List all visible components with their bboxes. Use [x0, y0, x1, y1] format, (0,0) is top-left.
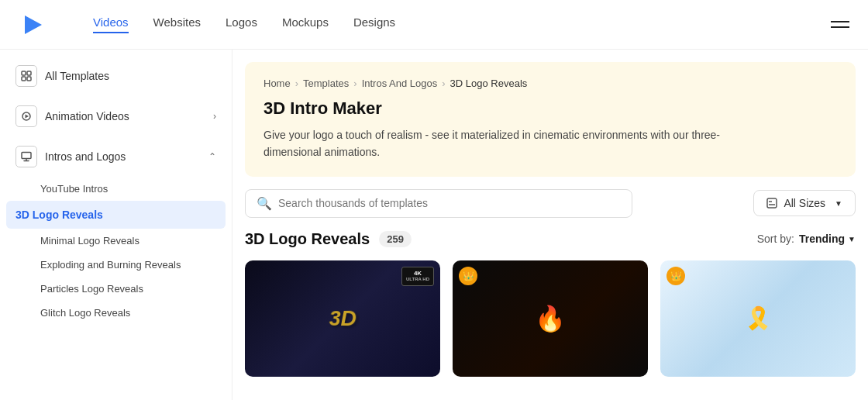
breadcrumb-sep-2: › [353, 78, 356, 89]
breadcrumb-sep-1: › [295, 78, 298, 89]
filter-icon [766, 198, 777, 209]
breadcrumb: Home › Templates › Intros And Logos › 3D… [264, 78, 837, 89]
sidebar-animation-label: Animation Videos [45, 110, 129, 122]
results-row: 3D Logo Reveals 259 Sort by: Trending ▼ [232, 230, 868, 260]
card-2-graphic: 🔥 [535, 304, 566, 333]
card-2-preview: 🔥 [453, 260, 648, 377]
search-row: 🔍 All Sizes ▼ [232, 189, 868, 230]
svg-marker-6 [26, 115, 29, 119]
card-3-graphic: 🎗️ [745, 305, 772, 331]
svg-rect-2 [27, 71, 31, 75]
page-description: Give your logo a touch of realism - see … [264, 126, 760, 161]
breadcrumb-intros-logos[interactable]: Intros And Logos [362, 78, 438, 89]
sidebar-item-youtube-intros[interactable]: YouTube Intros [0, 177, 232, 201]
sidebar-item-3d-logo-reveals[interactable]: 3D Logo Reveals [6, 201, 226, 229]
template-card-1[interactable]: 3D 4KULTRA HD [245, 260, 440, 377]
nav-logos[interactable]: Logos [226, 16, 257, 33]
template-card-3[interactable]: 🎗️ 👑 [660, 260, 856, 377]
search-box[interactable]: 🔍 [245, 189, 632, 218]
sidebar-item-all-templates[interactable]: All Templates [0, 56, 232, 96]
main-nav: Videos Websites Logos Mockups Designs [93, 16, 831, 33]
sidebar-item-minimal-logo[interactable]: Minimal Logo Reveals [0, 229, 232, 253]
sidebar-item-animation-videos[interactable]: Animation Videos › [0, 96, 232, 136]
svg-rect-7 [22, 153, 31, 159]
search-icon: 🔍 [257, 196, 272, 211]
banner: Home › Templates › Intros And Logos › 3D… [245, 62, 856, 177]
nav-designs[interactable]: Designs [353, 16, 395, 33]
crown-badge-2: 👑 [459, 267, 477, 285]
sort-value: Trending [799, 233, 845, 245]
card-1-graphic: 3D [329, 305, 356, 331]
sort-label: Sort by: [757, 233, 794, 245]
nav-websites[interactable]: Websites [153, 16, 201, 33]
nav-mockups[interactable]: Mockups [282, 16, 329, 33]
cards-row: 3D 4KULTRA HD 🔥 👑 🎗️ 👑 [232, 260, 868, 377]
svg-marker-0 [25, 16, 42, 34]
4k-badge: 4KULTRA HD [401, 267, 434, 286]
sidebar-item-exploding-burning[interactable]: Exploding and Burning Reveals [0, 253, 232, 277]
sort-row: Sort by: Trending ▼ [757, 233, 856, 245]
hamburger-menu[interactable] [831, 21, 849, 28]
template-card-2[interactable]: 🔥 👑 [453, 260, 648, 377]
page-title: 3D Intro Maker [264, 98, 837, 119]
sidebar-item-intros-logos[interactable]: Intros and Logos ⌃ [0, 136, 232, 177]
sidebar-item-glitch-logo[interactable]: Glitch Logo Reveals [0, 301, 232, 325]
svg-rect-10 [767, 198, 777, 208]
sidebar-intros-label: Intros and Logos [45, 150, 126, 163]
sort-chevron-icon: ▼ [848, 235, 856, 243]
sidebar: All Templates Animation Videos › [0, 50, 232, 400]
breadcrumb-home[interactable]: Home [264, 78, 291, 89]
filter-chevron-icon: ▼ [835, 199, 842, 208]
svg-rect-3 [22, 77, 26, 81]
results-count-badge: 259 [379, 231, 412, 247]
main-content: Home › Templates › Intros And Logos › 3D… [232, 50, 868, 400]
logo[interactable] [19, 11, 46, 39]
sort-select[interactable]: Trending ▼ [799, 233, 856, 245]
grid-icon [16, 65, 37, 87]
results-title: 3D Logo Reveals [245, 230, 370, 248]
card-3-preview: 🎗️ [660, 260, 856, 377]
breadcrumb-templates[interactable]: Templates [303, 78, 349, 89]
nav-videos[interactable]: Videos [93, 16, 129, 33]
svg-rect-4 [27, 77, 31, 81]
breadcrumb-current: 3D Logo Reveals [450, 78, 528, 89]
play-icon [16, 105, 37, 127]
header: Videos Websites Logos Mockups Designs [0, 0, 868, 50]
filter-sizes-button[interactable]: All Sizes ▼ [753, 190, 856, 216]
filter-label: All Sizes [784, 197, 825, 209]
svg-rect-1 [22, 71, 26, 75]
chevron-down-icon: › [213, 111, 216, 122]
crown-badge-3: 👑 [666, 267, 685, 285]
monitor-icon [16, 146, 37, 167]
search-input[interactable] [278, 197, 621, 209]
sidebar-item-particles-logo[interactable]: Particles Logo Reveals [0, 277, 232, 301]
chevron-up-icon: ⌃ [208, 151, 216, 162]
sidebar-all-templates-label: All Templates [45, 70, 109, 82]
breadcrumb-sep-3: › [442, 78, 445, 89]
